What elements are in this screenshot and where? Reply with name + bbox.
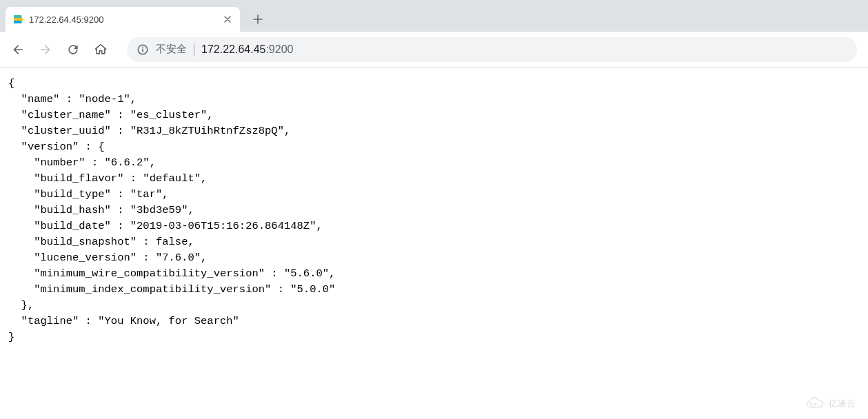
browser-toolbar: 不安全 172.22.64.45:9200 [0, 32, 868, 68]
security-label: 不安全 [156, 43, 187, 56]
svg-rect-2 [142, 46, 143, 48]
address-bar[interactable]: 不安全 172.22.64.45:9200 [127, 37, 857, 62]
new-tab-button[interactable] [248, 10, 268, 29]
home-button[interactable] [88, 37, 113, 62]
json-response: { ″name″ : ″node-1″, ″cluster_name″ : ″e… [0, 68, 868, 354]
tab-title: 172.22.64.45:9200 [29, 14, 216, 25]
svg-point-4 [814, 403, 816, 405]
close-tab-icon[interactable] [222, 14, 233, 25]
browser-tab[interactable]: 172.22.64.45:9200 [6, 7, 240, 32]
svg-rect-1 [142, 48, 143, 52]
reload-button[interactable] [61, 37, 85, 62]
elasticsearch-favicon [12, 14, 23, 25]
watermark: 亿速云 [804, 397, 856, 411]
svg-point-3 [810, 403, 812, 405]
divider [194, 43, 194, 56]
info-icon[interactable] [137, 43, 149, 56]
url-display: 172.22.64.45:9200 [201, 43, 293, 56]
tab-strip: 172.22.64.45:9200 [0, 0, 868, 32]
back-button[interactable] [6, 37, 30, 62]
watermark-text: 亿速云 [829, 398, 856, 410]
cloud-icon [804, 397, 825, 411]
forward-button[interactable] [33, 37, 58, 62]
